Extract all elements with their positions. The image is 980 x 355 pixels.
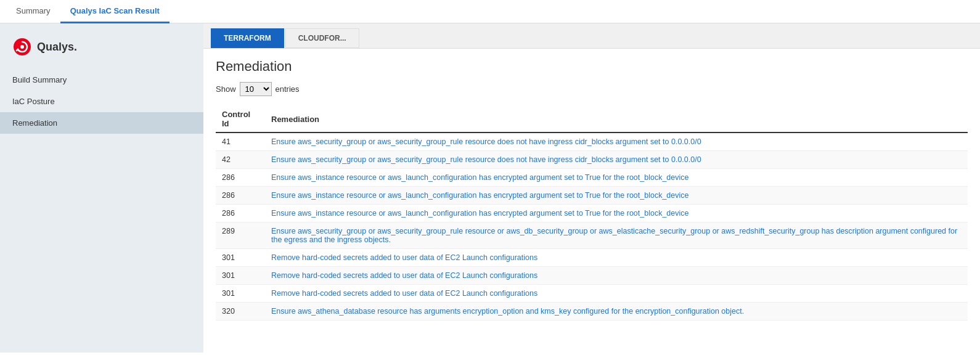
table-row: 289Ensure aws_security_group or aws_secu… [216,222,968,249]
cell-control-id: 301 [216,267,265,285]
table-body: 41Ensure aws_security_group or aws_secur… [216,133,968,320]
entries-suffix: entries [276,84,300,94]
cell-remediation: Ensure aws_instance resource or aws_laun… [265,169,968,187]
sidebar-item-iac-posture[interactable]: IaC Posture [0,91,203,112]
table-row: 286Ensure aws_instance resource or aws_l… [216,187,968,205]
page-content: Remediation Show 10 25 50 100 entries Co… [203,49,980,353]
sidebar-item-remediation[interactable]: Remediation [0,112,203,134]
cell-control-id: 301 [216,249,265,267]
cell-remediation: Ensure aws_instance resource or aws_laun… [265,187,968,205]
show-label: Show [216,84,236,94]
remediation-table: Control Id Remediation 41Ensure aws_secu… [216,106,968,320]
cell-remediation: Remove hard-coded secrets added to user … [265,267,968,285]
table-row: 286Ensure aws_instance resource or aws_l… [216,205,968,222]
content-area: TERRAFORM CLOUDFOR... Remediation Show 1… [203,23,980,353]
table-row: 41Ensure aws_security_group or aws_secur… [216,133,968,151]
cell-control-id: 41 [216,133,265,151]
cell-control-id: 286 [216,169,265,187]
tab-summary[interactable]: Summary [6,0,60,23]
qualys-logo-text: Qualys. [37,41,77,54]
table-row: 320Ensure aws_athena_database resource h… [216,303,968,320]
table-row: 42Ensure aws_security_group or aws_secur… [216,151,968,169]
cell-remediation: Ensure aws_security_group or aws_securit… [265,133,968,151]
table-row: 286Ensure aws_instance resource or aws_l… [216,169,968,187]
cell-remediation: Remove hard-coded secrets added to user … [265,249,968,267]
table-row: 301Remove hard-coded secrets added to us… [216,285,968,303]
entries-select[interactable]: 10 25 50 100 [240,82,272,96]
cell-control-id: 320 [216,303,265,320]
table-row: 301Remove hard-coded secrets added to us… [216,267,968,285]
cell-remediation: Ensure aws_security_group or aws_securit… [265,222,968,249]
table-row: 301Remove hard-coded secrets added to us… [216,249,968,267]
th-remediation: Remediation [265,106,968,133]
th-control-id: Control Id [216,106,265,133]
cell-remediation: Ensure aws_security_group or aws_securit… [265,151,968,169]
sidebar-nav: Build Summary IaC Posture Remediation [0,69,203,134]
cell-control-id: 286 [216,187,265,205]
sidebar-logo: Qualys. [0,33,203,69]
sidebar: Qualys. Build Summary IaC Posture Remedi… [0,23,203,353]
cell-control-id: 42 [216,151,265,169]
tab-cloudformation[interactable]: CLOUDFOR... [285,28,359,48]
top-tab-bar: Summary Qualys IaC Scan Result [0,0,980,23]
main-layout: Qualys. Build Summary IaC Posture Remedi… [0,23,980,353]
cell-remediation: Ensure aws_instance resource or aws_laun… [265,205,968,222]
show-entries-control: Show 10 25 50 100 entries [216,82,968,96]
table-header-row: Control Id Remediation [216,106,968,133]
sidebar-item-build-summary[interactable]: Build Summary [0,69,203,91]
qualys-logo-icon [12,37,32,57]
cell-control-id: 289 [216,222,265,249]
svg-point-1 [20,45,24,49]
page-title: Remediation [216,59,968,75]
tab-terraform[interactable]: TERRAFORM [211,28,284,48]
cell-control-id: 286 [216,205,265,222]
tab-qualys-iac[interactable]: Qualys IaC Scan Result [60,0,169,23]
cell-remediation: Ensure aws_athena_database resource has … [265,303,968,320]
cell-control-id: 301 [216,285,265,303]
cell-remediation: Remove hard-coded secrets added to user … [265,285,968,303]
tool-tabs: TERRAFORM CLOUDFOR... [203,23,980,49]
